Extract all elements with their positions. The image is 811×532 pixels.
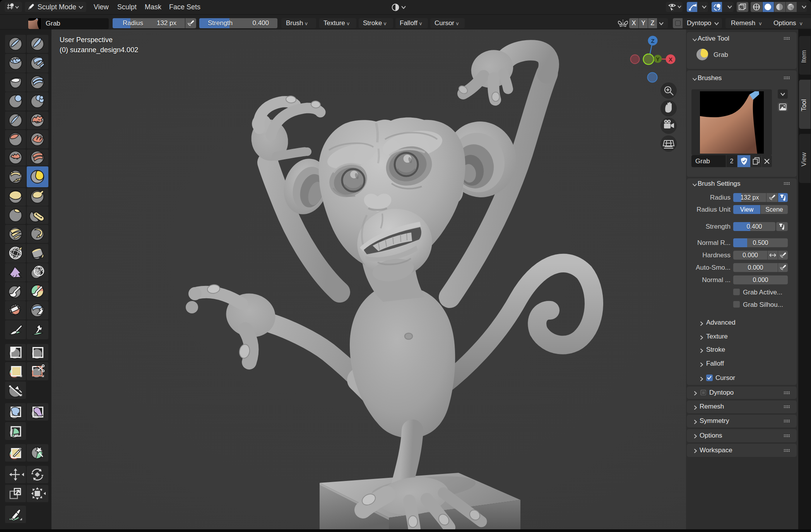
svg-text:Y: Y	[656, 56, 660, 62]
svg-text:Z: Z	[651, 38, 654, 44]
svg-text:X: X	[669, 56, 672, 63]
